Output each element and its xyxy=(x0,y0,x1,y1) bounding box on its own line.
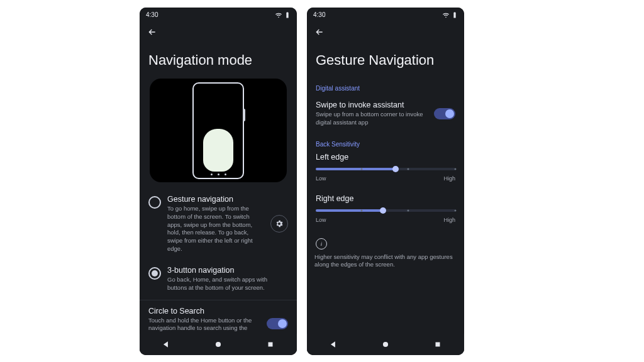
sensitivity-info-text: Higher sensitivity may conflict with any… xyxy=(314,253,457,270)
radio-unchecked-icon xyxy=(148,196,161,209)
status-bar: 4:30 xyxy=(307,8,464,19)
status-time: 4:30 xyxy=(146,11,158,18)
slider-left-edge[interactable] xyxy=(316,168,455,170)
nav-back-button[interactable] xyxy=(325,336,342,353)
option-gesture-navigation[interactable]: Gesture navigation To go home, swipe up … xyxy=(147,189,289,260)
slider-low-label: Low xyxy=(316,217,326,223)
svg-point-2 xyxy=(383,342,388,347)
page-title: Navigation mode xyxy=(140,41,297,77)
section-back-sensitivity: Back Sensitivity xyxy=(314,133,457,150)
phone-gesture-navigation: 4:30 Gesture Navigation Digital assistan… xyxy=(307,8,464,355)
option-three-button-navigation[interactable]: 3-button navigation Go back, Home, and s… xyxy=(147,260,289,299)
slider-thumb-icon xyxy=(392,166,399,172)
circle-home-icon xyxy=(214,340,223,349)
square-recents-icon xyxy=(434,341,441,348)
svg-rect-1 xyxy=(269,343,273,347)
circle-to-search-toggle[interactable] xyxy=(267,318,288,329)
system-navbar xyxy=(307,334,464,355)
option-title: 3-button navigation xyxy=(167,266,288,275)
gesture-settings-button[interactable] xyxy=(270,215,288,233)
nav-back-button[interactable] xyxy=(157,336,175,353)
slider-high-label: High xyxy=(443,175,455,182)
toggle-description: Swipe up from a bottom corner to invoke … xyxy=(316,111,428,127)
swipe-assistant-row[interactable]: Swipe to invoke assistant Swipe up from … xyxy=(314,94,457,133)
section-digital-assistant: Digital assistant xyxy=(314,77,457,94)
navigation-preview xyxy=(150,79,287,182)
square-recents-icon xyxy=(267,341,274,348)
nav-home-button[interactable] xyxy=(377,336,394,353)
nav-home-button[interactable] xyxy=(209,336,227,353)
swipe-assistant-toggle[interactable] xyxy=(434,108,455,119)
wifi-icon xyxy=(275,12,282,18)
toggle-title: Circle to Search xyxy=(148,307,260,315)
gear-icon xyxy=(275,219,284,228)
back-button[interactable] xyxy=(311,23,328,41)
triangle-back-icon xyxy=(329,340,338,349)
nav-recents-button[interactable] xyxy=(429,336,447,353)
system-navbar xyxy=(140,334,297,355)
slider-left-edge-label: Left edge xyxy=(316,153,455,162)
slider-right-edge-label: Right edge xyxy=(316,194,455,203)
svg-rect-3 xyxy=(436,343,440,347)
battery-icon xyxy=(284,12,291,18)
status-time: 4:30 xyxy=(313,11,325,18)
toggle-thumb-icon xyxy=(445,109,454,118)
wifi-icon xyxy=(443,12,449,18)
toggle-thumb-icon xyxy=(278,319,287,328)
info-icon: i xyxy=(316,238,327,250)
toggle-description: Touch and hold the Home button or the na… xyxy=(148,317,260,334)
page-title: Gesture Navigation xyxy=(307,41,464,77)
circle-home-icon xyxy=(381,340,390,349)
option-title: Gesture navigation xyxy=(167,195,264,204)
back-button[interactable] xyxy=(143,23,161,41)
phone-navigation-mode: 4:30 Navigation mode xyxy=(140,8,297,355)
nav-recents-button[interactable] xyxy=(262,336,279,353)
slider-right-edge[interactable] xyxy=(316,209,455,212)
circle-to-search-row[interactable]: Circle to Search Touch and hold the Home… xyxy=(147,300,289,334)
slider-low-label: Low xyxy=(316,175,326,182)
triangle-back-icon xyxy=(162,340,170,349)
slider-thumb-icon xyxy=(380,207,386,214)
radio-checked-icon xyxy=(148,267,161,280)
option-description: To go home, swipe up from the bottom of … xyxy=(167,205,264,253)
arrow-left-icon xyxy=(314,27,325,37)
toggle-title: Swipe to invoke assistant xyxy=(316,101,428,109)
status-bar: 4:30 xyxy=(140,8,297,19)
arrow-left-icon xyxy=(147,27,157,37)
phone-illustration xyxy=(192,82,244,179)
svg-point-0 xyxy=(216,342,221,347)
slider-high-label: High xyxy=(443,217,455,223)
option-description: Go back, Home, and switch apps with butt… xyxy=(167,276,288,292)
battery-icon xyxy=(452,12,458,18)
